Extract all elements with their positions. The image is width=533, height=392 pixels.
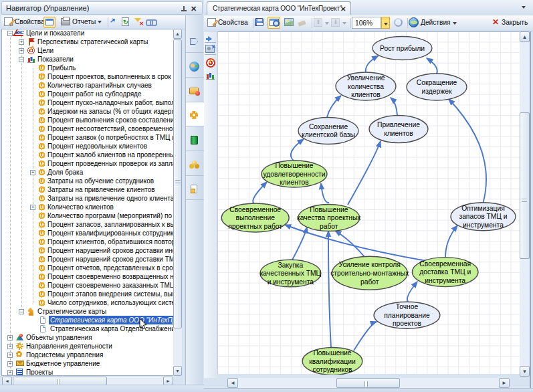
svg-text:Повышениеквалификациисотрудник: Повышениеквалификациисотрудников (309, 349, 356, 373)
svg-text:Сокращениеиздержек: Сокращениеиздержек (417, 79, 457, 95)
svg-text:Сохранениеклиентской базы: Сохранениеклиентской базы (302, 123, 355, 139)
svg-text:Оптимизациязапасов ТМЦ иинстру: Оптимизациязапасов ТМЦ иинструмента (459, 205, 507, 229)
svg-text:Своевременноевыполнениепроектн: Своевременноевыполнениепроектных работ (228, 206, 282, 230)
svg-text:Своевременнаядоставка ТМЦ иинс: Своевременнаядоставка ТМЦ иинструмента (419, 260, 471, 284)
svg-text:Рост прибыли: Рост прибыли (380, 45, 425, 52)
svg-text:Увеличениеколичестваклиентов: Увеличениеколичестваклиентов (347, 74, 385, 98)
